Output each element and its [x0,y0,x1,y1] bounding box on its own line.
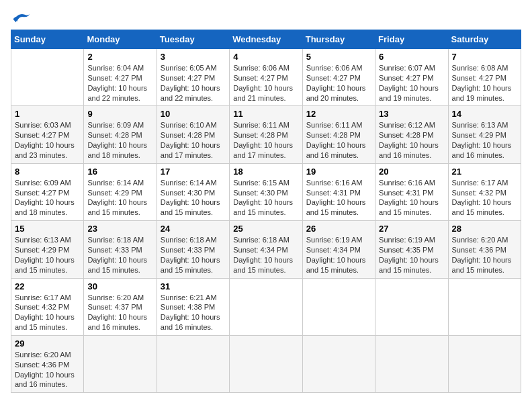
daylight-minutes: and 16 minutes. [161,323,213,331]
sunrise-label: Sunrise: 6:15 AM [233,179,290,187]
day-number: 12 [306,109,371,119]
daylight-minutes: and 15 minutes. [233,266,285,274]
daylight-label: Daylight: 10 hours [161,141,220,149]
calendar-cell: 30 Sunrise: 6:20 AM Sunset: 4:37 PM Dayl… [84,278,157,335]
sunrise-label: Sunrise: 6:16 AM [306,179,363,187]
header-day: Wednesday [230,30,302,49]
day-info: Sunrise: 6:04 AM Sunset: 4:27 PM Dayligh… [87,63,152,103]
calendar-cell: 11 Sunrise: 6:11 AM Sunset: 4:28 PM Dayl… [230,106,302,163]
day-info: Sunrise: 6:21 AM Sunset: 4:38 PM Dayligh… [161,293,226,332]
page-header [11,11,521,24]
daylight-minutes: and 15 minutes. [379,208,431,216]
day-number: 29 [15,338,80,349]
calendar-cell: 15 Sunrise: 6:13 AM Sunset: 4:29 PM Dayl… [11,221,84,278]
daylight-minutes: and 16 minutes. [15,380,67,388]
daylight-label: Daylight: 10 hours [15,313,75,321]
calendar-cell: 25 Sunrise: 6:18 AM Sunset: 4:34 PM Dayl… [230,221,302,278]
sunset-label: Sunset: 4:37 PM [87,303,142,311]
daylight-label: Daylight: 10 hours [87,141,147,149]
sunrise-label: Sunrise: 6:09 AM [87,121,144,129]
day-info: Sunrise: 6:07 AM Sunset: 4:27 PM Dayligh… [379,63,444,103]
sunrise-label: Sunrise: 6:09 AM [15,179,71,187]
calendar-cell: 20 Sunrise: 6:16 AM Sunset: 4:31 PM Dayl… [375,163,448,220]
sunrise-label: Sunrise: 6:18 AM [233,236,290,244]
daylight-minutes: and 15 minutes. [379,266,431,274]
day-info: Sunrise: 6:20 AM Sunset: 4:36 PM Dayligh… [15,350,80,390]
daylight-minutes: and 18 minutes. [15,208,67,216]
day-number: 2 [87,52,152,62]
day-info: Sunrise: 6:17 AM Sunset: 4:32 PM Dayligh… [15,293,80,332]
calendar-cell [84,335,157,392]
calendar-cell: 3 Sunrise: 6:05 AM Sunset: 4:27 PM Dayli… [157,49,229,106]
sunset-label: Sunset: 4:28 PM [87,131,142,139]
day-number: 10 [161,109,226,119]
daylight-label: Daylight: 10 hours [379,198,439,206]
calendar-cell: 27 Sunrise: 6:19 AM Sunset: 4:35 PM Dayl… [375,221,448,278]
sunrise-label: Sunrise: 6:05 AM [161,64,217,72]
calendar-cell: 23 Sunrise: 6:18 AM Sunset: 4:33 PM Dayl… [84,221,157,278]
daylight-minutes: and 19 minutes. [379,94,431,102]
calendar-cell [448,278,521,335]
day-info: Sunrise: 6:18 AM Sunset: 4:33 PM Dayligh… [161,235,226,275]
daylight-minutes: and 15 minutes. [87,208,140,216]
daylight-minutes: and 16 minutes. [379,151,431,159]
daylight-label: Daylight: 10 hours [452,84,512,92]
sunrise-label: Sunrise: 6:07 AM [379,64,435,72]
daylight-minutes: and 19 minutes. [452,94,504,102]
sunset-label: Sunset: 4:28 PM [233,131,287,139]
day-number: 3 [161,52,226,62]
daylight-label: Daylight: 10 hours [452,198,512,206]
day-info: Sunrise: 6:20 AM Sunset: 4:36 PM Dayligh… [452,235,517,275]
sunset-label: Sunset: 4:33 PM [161,246,215,254]
calendar-cell [302,278,375,335]
day-info: Sunrise: 6:09 AM Sunset: 4:28 PM Dayligh… [87,120,152,160]
sunrise-label: Sunrise: 6:17 AM [15,293,71,302]
calendar-cell [230,278,302,335]
daylight-minutes: and 15 minutes. [306,266,359,274]
sunset-label: Sunset: 4:27 PM [15,189,69,197]
calendar-week-row: 22 Sunrise: 6:17 AM Sunset: 4:32 PM Dayl… [11,278,521,335]
sunrise-label: Sunrise: 6:11 AM [233,121,290,129]
day-info: Sunrise: 6:20 AM Sunset: 4:37 PM Dayligh… [87,293,152,332]
sunrise-label: Sunrise: 6:03 AM [15,121,71,129]
header-day: Friday [375,30,448,49]
calendar-table: SundayMondayTuesdayWednesdayThursdayFrid… [11,30,521,393]
sunset-label: Sunset: 4:29 PM [87,189,142,197]
header-day: Thursday [302,30,375,49]
daylight-minutes: and 15 minutes. [233,208,285,216]
sunrise-label: Sunrise: 6:10 AM [161,121,217,129]
calendar-body: 2 Sunrise: 6:04 AM Sunset: 4:27 PM Dayli… [11,49,521,393]
day-number: 15 [15,224,80,234]
daylight-label: Daylight: 10 hours [233,256,293,264]
day-info: Sunrise: 6:06 AM Sunset: 4:27 PM Dayligh… [306,63,371,103]
daylight-minutes: and 15 minutes. [161,266,213,274]
sunrise-label: Sunrise: 6:14 AM [161,179,217,187]
sunset-label: Sunset: 4:27 PM [15,131,69,139]
daylight-minutes: and 20 minutes. [306,94,359,102]
calendar-cell: 14 Sunrise: 6:13 AM Sunset: 4:29 PM Dayl… [448,106,521,163]
day-number: 8 [15,167,80,177]
day-info: Sunrise: 6:15 AM Sunset: 4:30 PM Dayligh… [233,178,298,218]
sunrise-label: Sunrise: 6:16 AM [379,179,435,187]
daylight-label: Daylight: 10 hours [15,256,75,264]
sunset-label: Sunset: 4:31 PM [306,189,361,197]
daylight-minutes: and 18 minutes. [87,151,140,159]
header-day: Tuesday [157,30,229,49]
daylight-minutes: and 22 minutes. [161,94,213,102]
sunrise-label: Sunrise: 6:20 AM [87,293,144,302]
day-info: Sunrise: 6:03 AM Sunset: 4:27 PM Dayligh… [15,120,80,160]
daylight-label: Daylight: 10 hours [87,198,147,206]
sunset-label: Sunset: 4:30 PM [233,189,287,197]
daylight-label: Daylight: 10 hours [233,84,293,92]
daylight-minutes: and 22 minutes. [87,94,140,102]
daylight-minutes: and 15 minutes. [15,323,67,331]
calendar-cell: 12 Sunrise: 6:11 AM Sunset: 4:28 PM Dayl… [302,106,375,163]
day-number: 1 [15,109,80,119]
daylight-minutes: and 16 minutes. [306,151,359,159]
calendar-cell: 21 Sunrise: 6:17 AM Sunset: 4:32 PM Dayl… [448,163,521,220]
daylight-label: Daylight: 10 hours [87,84,147,92]
daylight-label: Daylight: 10 hours [87,256,147,264]
day-number: 5 [306,52,371,62]
logo [11,11,34,24]
daylight-minutes: and 15 minutes. [452,266,504,274]
